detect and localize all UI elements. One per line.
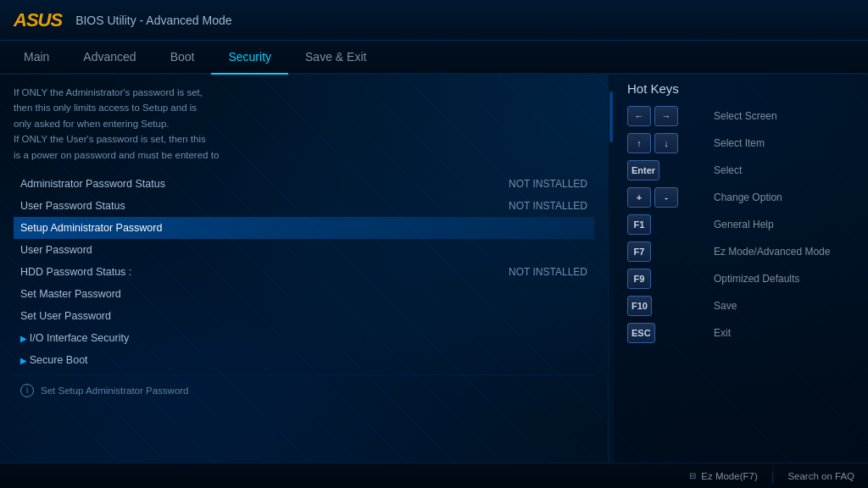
logo-text: ASUS: [14, 9, 62, 31]
key-btn[interactable]: F7: [627, 241, 651, 262]
hotkey-desc-select: Select: [714, 164, 742, 176]
footer-search[interactable]: Search on FAQ: [787, 471, 854, 481]
hotkey-keys-save: F10: [627, 296, 704, 316]
hotkey-row-change-option: +-Change Option: [627, 187, 854, 208]
key-btn[interactable]: →: [654, 106, 678, 126]
ez-mode-label: Ez Mode(F7): [701, 471, 757, 481]
key-btn[interactable]: ↓: [654, 133, 678, 153]
hotkey-keys-select-item: ↑↓: [627, 133, 704, 153]
menu-list: Administrator Password StatusNOT INSTALL…: [14, 173, 594, 371]
hotkey-row-optimized-defaults: F9Optimized Defaults: [627, 269, 854, 289]
key-btn[interactable]: F10: [627, 296, 652, 316]
hotkey-keys-optimized-defaults: F9: [627, 269, 704, 289]
key-btn[interactable]: F1: [627, 214, 651, 235]
hotkey-keys-select-screen: ←→: [627, 106, 704, 126]
menu-item-set-user-password[interactable]: Set User Password: [14, 305, 594, 327]
menu-item-label-set-master-password: Set Master Password: [20, 288, 121, 300]
key-btn[interactable]: +: [627, 187, 651, 208]
menu-item-set-master-password[interactable]: Set Master Password: [14, 283, 594, 305]
key-btn[interactable]: ←: [627, 106, 651, 126]
info-bar: i Set Setup Administrator Password: [14, 379, 594, 402]
key-btn[interactable]: ESC: [627, 323, 655, 343]
header: ASUS BIOS Utility - Advanced Mode: [0, 0, 868, 41]
hotkey-row-general-help: F1General Help: [627, 214, 854, 235]
menu-item-label-user-password: User Password: [20, 244, 92, 256]
menu-item-value-admin-password-status: NOT INSTALLED: [509, 178, 587, 190]
scroll-indicator: [609, 75, 614, 463]
hotkey-keys-general-help: F1: [627, 214, 704, 235]
menu-item-setup-admin-password[interactable]: Setup Administrator Password: [14, 217, 594, 239]
hotkey-desc-select-screen: Select Screen: [714, 110, 777, 122]
menu-item-admin-password-status[interactable]: Administrator Password StatusNOT INSTALL…: [14, 173, 594, 195]
hotkey-desc-optimized-defaults: Optimized Defaults: [714, 273, 799, 285]
nav-tab-advanced[interactable]: Advanced: [66, 41, 153, 75]
hotkeys-title: Hot Keys: [627, 81, 854, 96]
asus-logo: ASUS: [14, 9, 62, 31]
menu-item-value-user-password-status: NOT INSTALLED: [509, 200, 587, 212]
hotkey-keys-ez-mode-advanced: F7: [627, 241, 704, 262]
menu-item-user-password-status[interactable]: User Password StatusNOT INSTALLED: [14, 195, 594, 217]
menu-item-value-hdd-password-status: NOT INSTALLED: [509, 266, 587, 278]
hotkey-row-select-screen: ←→Select Screen: [627, 106, 854, 126]
menu-item-secure-boot[interactable]: Secure Boot: [14, 349, 594, 371]
search-label: Search on FAQ: [787, 471, 854, 481]
nav-tab-main[interactable]: Main: [7, 41, 66, 75]
key-btn[interactable]: -: [654, 187, 678, 208]
hotkey-desc-ez-mode-advanced: Ez Mode/Advanced Mode: [714, 246, 830, 258]
info-text: Set Setup Administrator Password: [41, 385, 189, 396]
footer-divider: |: [771, 469, 775, 483]
main-layout: If ONLY the Administrator's password is …: [0, 75, 868, 463]
nav-tab-boot[interactable]: Boot: [153, 41, 212, 75]
scroll-thumb: [609, 92, 613, 142]
ez-mode-icon: ⊟: [689, 471, 696, 480]
nav-tab-security[interactable]: Security: [211, 41, 288, 75]
hotkey-desc-save: Save: [714, 300, 737, 312]
menu-item-label-io-interface-security: I/O Interface Security: [20, 332, 129, 344]
menu-item-label-secure-boot: Secure Boot: [20, 354, 88, 366]
hotkey-desc-exit: Exit: [714, 327, 731, 339]
header-title: BIOS Utility - Advanced Mode: [75, 14, 231, 27]
info-icon: i: [20, 384, 34, 397]
footer: ⊟ Ez Mode(F7) | Search on FAQ: [0, 463, 868, 488]
hotkey-row-save: F10Save: [627, 296, 854, 316]
hotkeys-list: ←→Select Screen↑↓Select ItemEnterSelect+…: [627, 106, 854, 343]
hotkey-row-ez-mode-advanced: F7Ez Mode/Advanced Mode: [627, 241, 854, 262]
menu-item-label-admin-password-status: Administrator Password Status: [20, 178, 165, 190]
key-btn[interactable]: F9: [627, 269, 651, 289]
hotkey-row-select: EnterSelect: [627, 160, 854, 180]
menu-item-hdd-password-status[interactable]: HDD Password Status :NOT INSTALLED: [14, 261, 594, 283]
hotkey-row-select-item: ↑↓Select Item: [627, 133, 854, 153]
content-area: If ONLY the Administrator's password is …: [0, 75, 609, 463]
nav-tab-save-exit[interactable]: Save & Exit: [288, 41, 383, 75]
menu-item-io-interface-security[interactable]: I/O Interface Security: [14, 327, 594, 349]
hotkey-keys-change-option: +-: [627, 187, 704, 208]
menu-item-label-user-password-status: User Password Status: [20, 200, 125, 212]
footer-ez-mode[interactable]: ⊟ Ez Mode(F7): [689, 471, 757, 481]
menu-item-label-hdd-password-status: HDD Password Status :: [20, 266, 131, 278]
menu-item-label-set-user-password: Set User Password: [20, 310, 111, 322]
key-btn[interactable]: Enter: [627, 160, 659, 180]
menu-item-label-setup-admin-password: Setup Administrator Password: [20, 222, 162, 234]
menu-item-user-password[interactable]: User Password: [14, 239, 594, 261]
hotkey-keys-select: Enter: [627, 160, 704, 180]
hotkey-keys-exit: ESC: [627, 323, 704, 343]
divider: [14, 374, 594, 375]
hotkey-desc-select-item: Select Item: [714, 137, 765, 149]
hotkey-row-exit: ESCExit: [627, 323, 854, 343]
hotkey-desc-general-help: General Help: [714, 219, 774, 230]
description-text: If ONLY the Administrator's password is …: [14, 85, 594, 163]
nav-tabs: MainAdvancedBootSecuritySave & Exit: [0, 41, 868, 75]
key-btn[interactable]: ↑: [627, 133, 651, 153]
hotkeys-panel: Hot Keys ←→Select Screen↑↓Select ItemEnt…: [614, 75, 868, 463]
hotkey-desc-change-option: Change Option: [714, 191, 782, 203]
